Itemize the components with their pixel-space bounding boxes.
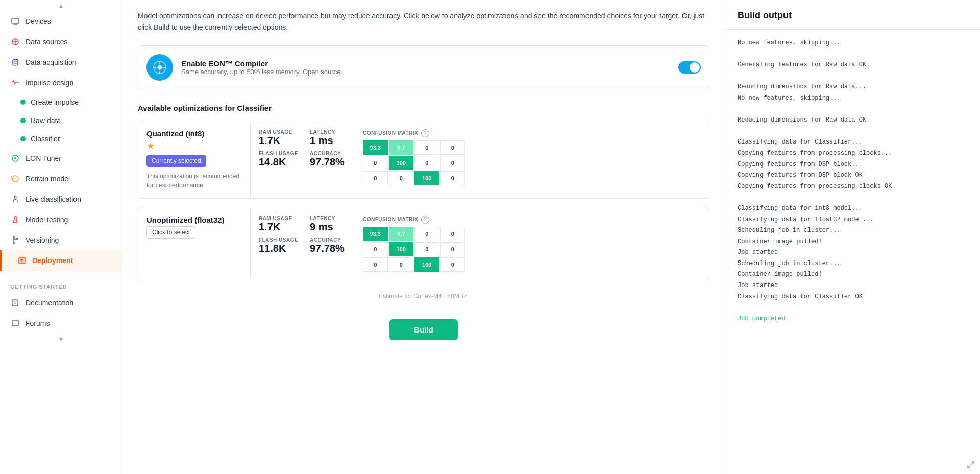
expand-icon[interactable]: [966, 460, 976, 470]
flash-label-q-text: FLASH USAGE: [259, 151, 300, 156]
sidebar-item-data-acquisition[interactable]: Data acquisition: [0, 52, 122, 73]
sidebar-item-label: Impulse design: [26, 79, 74, 87]
opt-card-left-quantized: Quantized (int8) ★ Currently selected Th…: [138, 121, 251, 198]
sidebar-item-create-impulse[interactable]: Create impulse: [0, 93, 122, 111]
sidebar-scroll-down[interactable]: ▼: [0, 334, 122, 345]
sidebar-item-deployment[interactable]: Deployment: [0, 250, 122, 271]
sidebar-item-raw-data[interactable]: Raw data: [0, 111, 122, 130]
build-output-content[interactable]: No new features, skipping... Generating …: [725, 30, 980, 474]
confusion-label-q: CONFUSION MATRIX ?: [363, 129, 701, 137]
sidebar-item-impulse-design[interactable]: Impulse design: [0, 73, 122, 93]
svg-point-15: [158, 66, 161, 69]
sidebar-item-label: EON Tuner: [26, 154, 61, 162]
sidebar-item-devices[interactable]: Devices: [0, 11, 122, 32]
sidebar-scroll-up[interactable]: ▲: [0, 0, 122, 11]
latency-label-u-text: LATENCY: [310, 216, 351, 221]
log-line: Generating features for Raw data OK: [738, 60, 968, 71]
confusion-matrix-cell: 93.3: [363, 140, 388, 155]
eon-text: Enable EON™ Compiler Same accuracy, up t…: [181, 59, 670, 76]
sidebar-item-versioning[interactable]: Versioning: [0, 230, 122, 250]
log-line: Copying features from DSP block...: [738, 159, 968, 171]
opt-desc-quantized: This optimization is recommended for bes…: [146, 172, 242, 190]
confusion-matrix-cell: 0: [389, 171, 414, 185]
eon-toggle[interactable]: [678, 61, 701, 74]
right-panel: Build output No new features, skipping..…: [725, 0, 980, 474]
log-line: [738, 126, 968, 137]
confusion-matrix-cell: 0: [363, 156, 388, 170]
sidebar-item-live-classification[interactable]: Live classification: [0, 189, 122, 209]
person-icon: [10, 194, 20, 204]
ram-value-q: 1.7K: [259, 135, 300, 147]
confusion-matrix-cell: 93.3: [363, 227, 388, 241]
opt-metrics-unoptimized: RAM USAGE 1.7K LATENCY 9 ms FLASH USAGE …: [259, 216, 351, 254]
sidebar-divider: [0, 273, 122, 273]
test-icon: [10, 215, 20, 225]
data-sources-icon: [10, 37, 20, 47]
confusion-matrix-cell: 0: [440, 156, 465, 170]
log-line: Classifying data for Classifier OK: [738, 292, 968, 303]
accuracy-label-q: ACCURACY 97.78%: [310, 151, 351, 168]
confusion-matrix-cell: 100: [414, 171, 439, 185]
flash-value-u: 11.8K: [259, 243, 300, 254]
log-line: [738, 192, 968, 203]
sidebar-item-data-sources[interactable]: Data sources: [0, 32, 122, 52]
sidebar-item-documentation[interactable]: Documentation: [0, 293, 122, 313]
confusion-matrix-cell: 6.7: [389, 140, 414, 155]
confusion-matrix-cell: 0: [389, 257, 414, 272]
sidebar-item-classifier[interactable]: Classifier: [0, 130, 122, 148]
log-line: No new features, skipping...: [738, 93, 968, 104]
optimization-card-unoptimized: Unoptimized (float32) Click to select RA…: [138, 207, 709, 280]
log-line: [738, 104, 968, 115]
sidebar-item-forums[interactable]: Forums: [0, 313, 122, 334]
opt-badge-click-to-select[interactable]: Click to select: [146, 226, 195, 239]
ram-label-u: RAM USAGE 1.7K: [259, 216, 300, 233]
sidebar-item-label: Versioning: [26, 236, 59, 244]
accuracy-label-u: ACCURACY 97.78%: [310, 237, 351, 254]
confusion-matrix-cell: 0: [440, 140, 465, 155]
eon-compiler-row: Enable EON™ Compiler Same accuracy, up t…: [138, 45, 709, 89]
latency-label-q-text: LATENCY: [310, 129, 351, 135]
ram-label-u-text: RAM USAGE: [259, 216, 300, 221]
deploy-icon: [17, 255, 27, 266]
opt-name-quantized: Quantized (int8): [146, 129, 242, 138]
confusion-help-icon-u[interactable]: ?: [421, 216, 429, 224]
latency-value-q: 1 ms: [310, 135, 351, 147]
log-line: Container image pulled!: [738, 236, 968, 248]
sidebar-item-model-testing[interactable]: Model testing: [0, 209, 122, 230]
tune-icon: [10, 153, 20, 163]
confusion-help-icon-q[interactable]: ?: [421, 129, 429, 137]
confusion-matrix-cell: 0: [414, 156, 439, 170]
log-line: Scheduling job in cluster...: [738, 225, 968, 236]
log-line: Classifying data for Classifier...: [738, 137, 968, 148]
sidebar-item-label: Create impulse: [31, 98, 79, 106]
svg-point-4: [14, 157, 16, 159]
sidebar-item-label: Classifier: [31, 135, 60, 143]
build-button[interactable]: Build: [389, 319, 458, 340]
sidebar-item-label: Data sources: [26, 38, 67, 46]
sidebar-item-label: Deployment: [32, 256, 73, 265]
svg-point-5: [14, 196, 16, 198]
log-line: [738, 71, 968, 82]
log-line: [738, 302, 968, 314]
sidebar-item-retrain-model[interactable]: Retrain model: [0, 169, 122, 189]
ram-value-u: 1.7K: [259, 221, 300, 233]
dot-icon: [20, 118, 26, 123]
device-icon: [10, 16, 20, 27]
sidebar-item-label: Forums: [26, 319, 50, 327]
log-line: No new features, skipping...: [738, 38, 968, 49]
opt-card-right-unoptimized: RAM USAGE 1.7K LATENCY 9 ms FLASH USAGE …: [251, 207, 709, 280]
svg-point-2: [13, 59, 18, 61]
sidebar-item-eon-tuner[interactable]: EON Tuner: [0, 148, 122, 169]
intro-text: Model optimizations can increase on-devi…: [138, 10, 709, 33]
sidebar-item-label: Data acquisition: [26, 58, 77, 66]
database-icon: [10, 57, 20, 67]
confusion-matrix-cell: 0: [414, 242, 439, 256]
confusion-matrix-cell: 0: [440, 171, 465, 185]
log-line: Scheduling job in cluster...: [738, 258, 968, 270]
ram-label-q: RAM USAGE 1.7K: [259, 129, 300, 147]
flash-label-u: FLASH USAGE 11.8K: [259, 237, 300, 254]
flash-value-q: 14.8K: [259, 156, 300, 168]
opt-star-quantized: ★: [146, 140, 242, 151]
opt-badge-currently-selected[interactable]: Currently selected: [146, 155, 206, 167]
build-output-title: Build output: [738, 10, 968, 21]
